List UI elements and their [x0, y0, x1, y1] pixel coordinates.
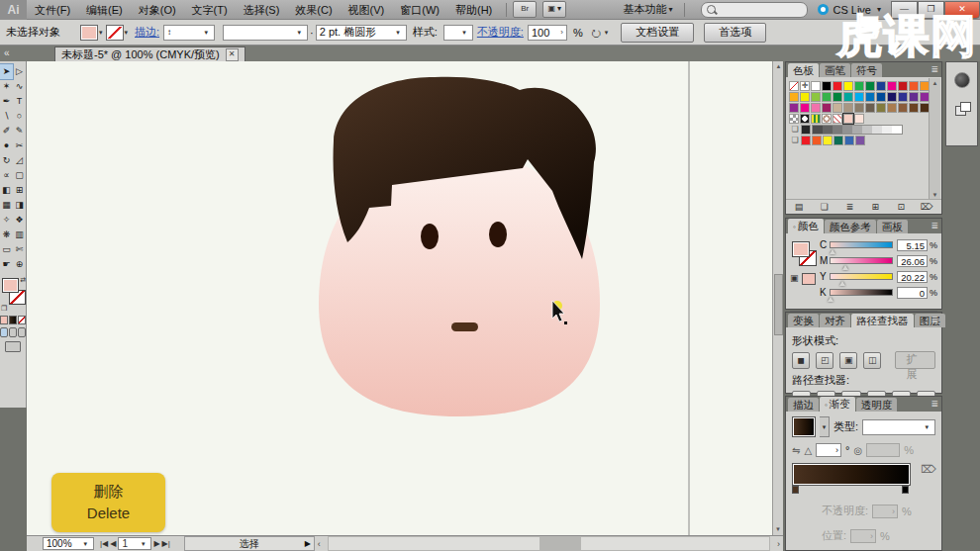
swatch[interactable] [876, 92, 886, 102]
swatch[interactable] [813, 126, 823, 134]
delete-stop-icon[interactable]: ⌦ [921, 463, 936, 476]
swatch[interactable] [833, 92, 842, 102]
swatch[interactable] [842, 126, 852, 134]
swatch[interactable] [800, 92, 810, 102]
menu-文件(F)[interactable]: 文件(F) [27, 0, 78, 20]
maximize-button[interactable]: ❐ [918, 1, 944, 19]
gradient-tool[interactable]: ◨ [13, 198, 26, 213]
arrange-documents-icon[interactable]: ▣▾ [542, 1, 566, 18]
swatch[interactable] [855, 136, 865, 145]
menu-文字(T)[interactable]: 文字(T) [184, 0, 236, 20]
gradient-stop-left[interactable] [792, 486, 799, 494]
first-artboard-icon[interactable]: |◀ [100, 539, 108, 548]
mouth[interactable] [451, 322, 478, 331]
zoom-tool[interactable]: ⊕ [13, 257, 26, 272]
column-graph-tool[interactable]: ▥ [13, 228, 26, 242]
menu-窗口(W)[interactable]: 窗口(W) [392, 0, 447, 20]
channel-slider[interactable] [830, 273, 893, 280]
draw-behind-button[interactable] [9, 327, 17, 337]
swatch-kinds-icon[interactable]: ≣ [843, 202, 857, 212]
lasso-tool[interactable]: ∿ [13, 79, 26, 94]
swatch[interactable] [843, 81, 853, 91]
slice-tool[interactable]: ✄ [13, 242, 26, 257]
tab-色板[interactable]: 色板 [788, 63, 819, 77]
swatch-pattern[interactable] [800, 114, 810, 124]
prev-artboard-icon[interactable]: ◀ [110, 539, 116, 548]
swatch[interactable] [865, 81, 875, 91]
stroke-weight-link[interactable]: 描边: [135, 25, 159, 40]
opacity-input[interactable]: 100 › [528, 25, 567, 41]
swatch-pattern[interactable] [822, 114, 832, 124]
line-segment-tool[interactable]: ∖ [0, 109, 13, 124]
channel-slider[interactable] [830, 289, 893, 296]
expand-button[interactable]: 扩展 [895, 351, 935, 369]
swatch-libraries-icon[interactable]: ▤ [792, 202, 806, 212]
swatch-none[interactable] [789, 81, 799, 91]
tab-颜色[interactable]: ◦颜色 [788, 219, 824, 233]
draw-inside-button[interactable] [18, 327, 26, 337]
color-group-folder-icon[interactable]: ❏ [789, 136, 801, 145]
swatch[interactable] [865, 92, 875, 102]
gradient-thumbnail[interactable] [792, 416, 816, 437]
next-artboard-icon[interactable]: ▶ [153, 539, 159, 548]
tab-符号[interactable]: 符号 [851, 63, 882, 77]
tab-描边[interactable]: 描边 [788, 398, 819, 412]
swatch[interactable] [822, 103, 832, 113]
swatch[interactable] [800, 103, 810, 113]
canvas[interactable] [27, 61, 772, 535]
swatch[interactable] [898, 103, 908, 113]
swatch[interactable] [854, 92, 864, 102]
scissors-tool[interactable]: ✂ [13, 138, 26, 153]
swatch[interactable] [909, 103, 919, 113]
left-eye[interactable] [421, 224, 439, 249]
draw-normal-button[interactable] [0, 327, 8, 337]
scroll-down-icon[interactable]: ▼ [773, 524, 783, 535]
fill-proxy[interactable] [2, 278, 19, 293]
tab-画板[interactable]: 画板 [877, 220, 908, 233]
swatch[interactable] [872, 126, 882, 134]
swatch[interactable] [909, 81, 919, 91]
horizontal-scrollbar[interactable] [328, 536, 770, 551]
hand-tool[interactable]: ☛ [0, 257, 13, 272]
stroke-weight-stepper[interactable]: ↕ ▾ [163, 25, 215, 41]
swatch-pattern[interactable] [833, 114, 842, 124]
vertical-scrollbar[interactable]: ▲ ▼ [772, 61, 783, 535]
document-tab[interactable]: 未标题-5* @ 100% (CMYK/预览) ✕ [54, 46, 245, 62]
search-input[interactable] [701, 2, 808, 18]
swatch-pattern[interactable] [789, 114, 799, 124]
swatch[interactable] [823, 136, 833, 145]
swatch[interactable] [811, 103, 821, 113]
type-tool[interactable]: T [13, 94, 26, 109]
new-color-group-icon[interactable]: ⊞ [868, 202, 882, 212]
chevron-down-icon[interactable]: ▾ [99, 29, 103, 37]
panel-menu-icon[interactable]: ≣ [931, 64, 938, 74]
tab-图层[interactable]: 图层 [915, 314, 945, 327]
swatch[interactable] [887, 92, 897, 102]
menu-选择(S)[interactable]: 选择(S) [236, 0, 288, 20]
slider-marker[interactable] [830, 249, 835, 254]
swatch[interactable] [812, 136, 822, 145]
swatch[interactable] [887, 103, 897, 113]
status-menu-icon[interactable]: ▶ [305, 539, 311, 548]
fill-proxy[interactable] [792, 241, 810, 257]
swatch[interactable] [833, 103, 842, 113]
chevron-down-icon[interactable]: ▾ [125, 29, 129, 37]
brush-definition-select[interactable]: ▾ [223, 25, 308, 41]
swatch[interactable] [789, 92, 799, 102]
chevron-down-icon[interactable]: ▾ [820, 416, 830, 437]
tab-透明度[interactable]: 透明度 [856, 398, 898, 412]
gamut-color-swatch[interactable] [802, 273, 816, 285]
artboard-tool[interactable]: ▭ [0, 242, 13, 257]
new-swatch-icon[interactable]: ⊡ [894, 202, 908, 212]
out-of-gamut-icon[interactable]: ▣ [790, 273, 799, 283]
document-setup-button[interactable]: 文档设置 [621, 23, 694, 43]
minimize-button[interactable]: — [891, 1, 918, 19]
scroll-up-icon[interactable]: ▲ [930, 78, 940, 88]
close-button[interactable]: ✕ [944, 1, 980, 19]
opacity-link[interactable]: 不透明度: [477, 25, 524, 40]
menu-编辑(E)[interactable]: 编辑(E) [78, 0, 131, 20]
screen-mode-button[interactable] [5, 341, 21, 352]
swatch-pattern[interactable] [811, 114, 821, 124]
swatch[interactable] [876, 81, 886, 91]
gradient-slider[interactable] [792, 463, 911, 486]
